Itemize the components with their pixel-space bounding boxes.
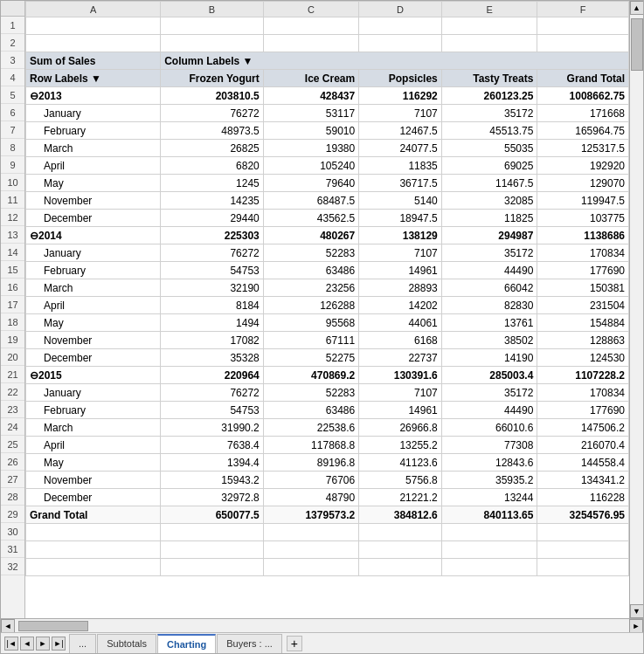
tab-subtotals[interactable]: Subtotals	[97, 634, 156, 653]
cell-b30[interactable]	[161, 524, 264, 541]
cell-c1[interactable]	[263, 17, 358, 35]
cell-d1[interactable]	[359, 17, 442, 35]
cell-num: 7107	[359, 244, 442, 262]
row-num-25: 25	[1, 436, 24, 453]
cell-num: 17082	[161, 332, 264, 349]
cell-b1[interactable]	[161, 17, 264, 35]
cell-f31[interactable]	[537, 541, 629, 559]
cell-a30[interactable]	[26, 524, 161, 541]
cell-b32[interactable]	[161, 559, 264, 576]
table-row: March 26825 19380 24077.5 55035 125317.5	[26, 140, 629, 157]
cell-a2[interactable]	[26, 35, 161, 52]
cell-num: 13244	[441, 489, 537, 506]
row-num-16: 16	[1, 279, 24, 296]
row-num-29: 29	[1, 506, 24, 523]
row-num-7: 7	[1, 121, 24, 139]
tab-add-button[interactable]: +	[287, 636, 302, 651]
cell-c30[interactable]	[263, 524, 358, 541]
cell-a32[interactable]	[26, 559, 161, 576]
tab-nav-first[interactable]: |◄	[4, 637, 18, 651]
table-row: December 35328 52275 22737 14190 124530	[26, 349, 629, 367]
scroll-track-v[interactable]	[630, 15, 643, 604]
table-row: March 31990.2 22538.6 26966.8 66010.6 14…	[26, 419, 629, 437]
month-label: May	[26, 314, 161, 332]
tab-charting[interactable]: Charting	[157, 634, 216, 653]
scroll-down-button[interactable]: ▼	[630, 604, 644, 618]
cell-c31[interactable]	[263, 541, 358, 559]
month-label: March	[26, 419, 161, 437]
grand-total-c: 1379573.2	[263, 506, 358, 524]
scroll-left-button[interactable]: ◄	[1, 619, 15, 633]
cell-num: 26825	[161, 140, 264, 157]
cell-f2[interactable]	[537, 35, 629, 52]
table-row: April 6820 105240 11835 69025 192920	[26, 157, 629, 175]
month-label: January	[26, 244, 161, 262]
cell-num: 480267	[263, 227, 358, 244]
cell-num: 220964	[161, 367, 264, 384]
grand-total-row: Grand Total 650077.5 1379573.2 384812.6 …	[26, 506, 629, 524]
cell-num: 69025	[441, 157, 537, 175]
cell-d31[interactable]	[359, 541, 442, 559]
cell-e30[interactable]	[441, 524, 537, 541]
cell-e1[interactable]	[441, 17, 537, 35]
row-num-9: 9	[1, 156, 24, 174]
cell-c2[interactable]	[263, 35, 358, 52]
cell-num: 59010	[263, 122, 358, 140]
cell-e32[interactable]	[441, 559, 537, 576]
cell-e2[interactable]	[441, 35, 537, 52]
col-header-b[interactable]: B	[161, 2, 264, 17]
tab-ellipsis[interactable]: ...	[69, 634, 96, 653]
table-row: February 48973.5 59010 12467.5 45513.75 …	[26, 122, 629, 140]
cell-num: 125317.5	[537, 140, 629, 157]
cell-f30[interactable]	[537, 524, 629, 541]
cell-f1[interactable]	[537, 17, 629, 35]
cell-d30[interactable]	[359, 524, 442, 541]
col-header-e[interactable]: E	[441, 2, 537, 17]
scroll-up-button[interactable]: ▲	[630, 1, 644, 15]
col-header-d[interactable]: D	[359, 2, 442, 17]
cell-num: 79640	[263, 175, 358, 192]
scroll-thumb-h[interactable]	[18, 621, 88, 631]
cell-num: 294987	[441, 227, 537, 244]
cell-a1[interactable]	[26, 17, 161, 35]
scroll-thumb-v[interactable]	[631, 18, 643, 71]
cell-a31[interactable]	[26, 541, 161, 559]
tab-nav-prev[interactable]: ◄	[20, 637, 34, 651]
scroll-track-h[interactable]	[15, 620, 629, 632]
table-row: January 76272 52283 7107 35172 170834	[26, 244, 629, 262]
cell-num: 32190	[161, 279, 264, 297]
cell-num: 5756.8	[359, 472, 442, 489]
row-num-27: 27	[1, 471, 24, 488]
row-num-23: 23	[1, 401, 24, 418]
cell-b2[interactable]	[161, 35, 264, 52]
cell-num: 15943.2	[161, 472, 264, 489]
tab-nav-last[interactable]: ►|	[52, 637, 66, 651]
cell-c32[interactable]	[263, 559, 358, 576]
month-label: January	[26, 105, 161, 122]
cell-num: 24077.5	[359, 140, 442, 157]
ice-cream-header: Ice Cream	[263, 70, 358, 87]
scroll-right-button[interactable]: ►	[629, 619, 643, 633]
cell-num: 124530	[537, 349, 629, 367]
month-label: April	[26, 297, 161, 314]
tab-nav-next[interactable]: ►	[36, 637, 50, 651]
row-num-31: 31	[1, 540, 24, 558]
tab-buyers[interactable]: Buyers : ...	[217, 634, 282, 653]
cell-num: 41123.6	[359, 454, 442, 472]
cell-e31[interactable]	[441, 541, 537, 559]
cell-num: 11835	[359, 157, 442, 175]
cell-b31[interactable]	[161, 541, 264, 559]
table-row: November 15943.2 76706 5756.8 35935.2 13…	[26, 472, 629, 489]
cell-num: 76272	[161, 105, 264, 122]
cell-num: 63486	[263, 402, 358, 419]
col-header-c[interactable]: C	[263, 2, 358, 17]
row-num-21: 21	[1, 366, 24, 383]
col-header-a[interactable]: A	[26, 2, 161, 17]
col-header-f[interactable]: F	[537, 2, 629, 17]
cell-num: 1138686	[537, 227, 629, 244]
cell-f32[interactable]	[537, 559, 629, 576]
cell-d32[interactable]	[359, 559, 442, 576]
cell-d2[interactable]	[359, 35, 442, 52]
cell-num: 13255.2	[359, 437, 442, 454]
row-num-14: 14	[1, 244, 24, 261]
